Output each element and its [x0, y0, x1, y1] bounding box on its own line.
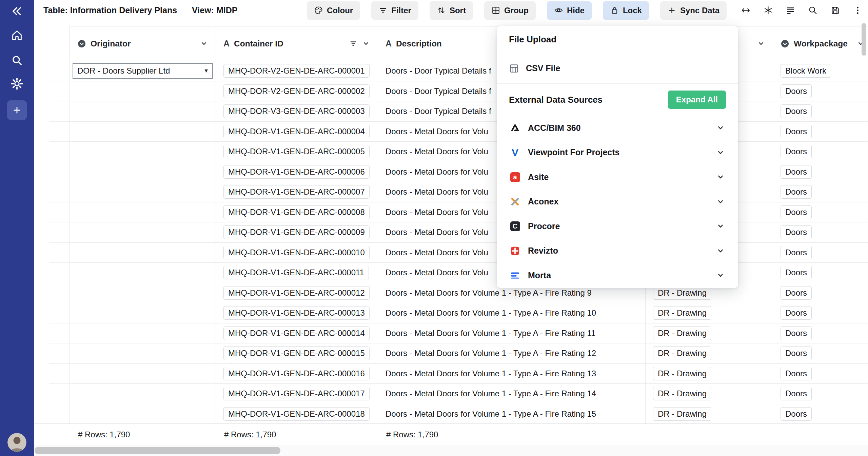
- row-handle-cell[interactable]: [34, 364, 70, 384]
- workpackage-cell[interactable]: Doors: [773, 303, 868, 323]
- container-id-cell[interactable]: MHQ-DOR-V1-GEN-DE-ARC-000005: [216, 142, 378, 162]
- doc-type-cell[interactable]: DR - Drawing: [646, 323, 773, 344]
- row-handle-cell[interactable]: [34, 81, 70, 102]
- originator-cell[interactable]: [70, 81, 216, 102]
- workpackage-cell[interactable]: Doors: [773, 81, 868, 102]
- workpackage-cell[interactable]: Doors: [773, 323, 868, 344]
- workpackage-cell[interactable]: Doors: [773, 101, 868, 122]
- column-header-originator[interactable]: Originator: [70, 26, 216, 61]
- chevron-down-icon[interactable]: [200, 39, 208, 48]
- container-id-cell[interactable]: MHQ-DOR-V1-GEN-DE-ARC-000015: [216, 343, 378, 364]
- originator-cell[interactable]: [70, 162, 216, 182]
- workpackage-cell[interactable]: Block Work: [773, 61, 868, 81]
- resize-columns-icon[interactable]: [741, 5, 751, 15]
- vertical-scrollbar-thumb[interactable]: [862, 23, 866, 56]
- data-source-item[interactable]: Revizto: [497, 239, 738, 263]
- originator-cell[interactable]: [70, 222, 216, 243]
- container-id-cell[interactable]: MHQ-DOR-V3-GEN-DE-ARC-000003: [216, 101, 378, 122]
- originator-cell[interactable]: [70, 323, 216, 344]
- row-handle-cell[interactable]: [34, 343, 70, 364]
- data-source-item[interactable]: ACC/BIM 360: [497, 116, 738, 140]
- container-id-cell[interactable]: MHQ-DOR-V1-GEN-DE-ARC-000009: [216, 222, 378, 243]
- workpackage-cell[interactable]: Doors: [773, 384, 868, 404]
- row-handle-cell[interactable]: [34, 182, 70, 202]
- container-id-cell[interactable]: MHQ-DOR-V1-GEN-DE-ARC-000010: [216, 243, 378, 263]
- hide-button[interactable]: Hide: [547, 1, 592, 20]
- collapse-sidebar-button[interactable]: [0, 5, 34, 17]
- workpackage-cell[interactable]: Doors: [773, 404, 868, 424]
- row-handle-cell[interactable]: [34, 202, 70, 223]
- row-handle-cell[interactable]: [34, 384, 70, 404]
- lock-button[interactable]: Lock: [603, 1, 649, 20]
- originator-cell[interactable]: [70, 283, 216, 303]
- home-button[interactable]: [0, 29, 34, 41]
- row-handle-cell[interactable]: [34, 404, 70, 424]
- workpackage-cell[interactable]: Doors: [773, 263, 868, 283]
- doc-type-cell[interactable]: DR - Drawing: [646, 364, 773, 384]
- column-header-workpackage[interactable]: Workpackage: [773, 26, 868, 61]
- description-cell[interactable]: Doors - Metal Doors for Volume 1 - Type …: [378, 303, 646, 323]
- originator-cell[interactable]: [70, 404, 216, 424]
- originator-cell[interactable]: [70, 202, 216, 223]
- workpackage-cell[interactable]: Doors: [773, 182, 868, 202]
- row-handle-cell[interactable]: [34, 122, 70, 142]
- data-source-item[interactable]: aAsite: [497, 165, 738, 190]
- workpackage-cell[interactable]: Doors: [773, 283, 868, 303]
- originator-cell[interactable]: [70, 122, 216, 142]
- filter-button[interactable]: Filter: [371, 1, 418, 20]
- workpackage-cell[interactable]: Doors: [773, 222, 868, 243]
- doc-type-cell[interactable]: DR - Drawing: [646, 384, 773, 404]
- freeze-snowflake-icon[interactable]: [763, 5, 773, 15]
- group-button[interactable]: Group: [484, 1, 536, 20]
- container-id-cell[interactable]: MHQ-DOR-V1-GEN-DE-ARC-000008: [216, 202, 378, 223]
- data-source-item[interactable]: Morta: [497, 263, 738, 288]
- row-handle-cell[interactable]: [34, 61, 70, 81]
- data-source-item[interactable]: VViewpoint For Projects: [497, 140, 738, 165]
- container-id-cell[interactable]: MHQ-DOR-V2-GEN-DE-ARC-000001: [216, 61, 378, 81]
- chevron-down-icon[interactable]: [362, 39, 370, 48]
- originator-cell[interactable]: [70, 364, 216, 384]
- description-cell[interactable]: Doors - Metal Doors for Volume 1 - Type …: [378, 384, 646, 404]
- workpackage-cell[interactable]: Doors: [773, 142, 868, 162]
- container-id-cell[interactable]: MHQ-DOR-V1-GEN-DE-ARC-000004: [216, 122, 378, 142]
- originator-select[interactable]: DOR - Doors Supplier Ltd▼: [73, 63, 213, 79]
- settings-button[interactable]: [0, 78, 34, 90]
- originator-cell[interactable]: DOR - Doors Supplier Ltd▼: [70, 61, 216, 81]
- originator-cell[interactable]: [70, 263, 216, 283]
- doc-type-cell[interactable]: DR - Drawing: [646, 343, 773, 364]
- workpackage-cell[interactable]: Doors: [773, 243, 868, 263]
- container-id-cell[interactable]: MHQ-DOR-V1-GEN-DE-ARC-000016: [216, 364, 378, 384]
- add-new-button[interactable]: [7, 100, 27, 120]
- originator-cell[interactable]: [70, 142, 216, 162]
- container-id-cell[interactable]: MHQ-DOR-V1-GEN-DE-ARC-000013: [216, 303, 378, 323]
- row-handle-cell[interactable]: [34, 283, 70, 303]
- originator-cell[interactable]: [70, 182, 216, 202]
- originator-cell[interactable]: [70, 343, 216, 364]
- column-header-container-id[interactable]: A Container ID: [216, 26, 378, 61]
- container-id-cell[interactable]: MHQ-DOR-V1-GEN-DE-ARC-000017: [216, 384, 378, 404]
- description-cell[interactable]: Doors - Metal Doors for Volume 1 - Type …: [378, 343, 646, 364]
- container-id-cell[interactable]: MHQ-DOR-V1-GEN-DE-ARC-000006: [216, 162, 378, 182]
- data-source-item[interactable]: Aconex: [497, 190, 738, 214]
- data-source-item[interactable]: CProcore: [497, 214, 738, 239]
- sync-data-button[interactable]: Sync Data: [660, 1, 727, 20]
- container-id-cell[interactable]: MHQ-DOR-V1-GEN-DE-ARC-000007: [216, 182, 378, 202]
- sidebar-search-button[interactable]: [0, 54, 34, 66]
- workpackage-cell[interactable]: Doors: [773, 162, 868, 182]
- colour-button[interactable]: Colour: [307, 1, 360, 20]
- row-handle-cell[interactable]: [34, 142, 70, 162]
- row-handle-cell[interactable]: [34, 101, 70, 122]
- user-avatar[interactable]: [7, 433, 26, 452]
- save-icon[interactable]: [830, 5, 840, 15]
- workpackage-cell[interactable]: Doors: [773, 343, 868, 364]
- row-handle-cell[interactable]: [34, 323, 70, 344]
- originator-cell[interactable]: [70, 243, 216, 263]
- row-handle-cell[interactable]: [34, 263, 70, 283]
- originator-cell[interactable]: [70, 303, 216, 323]
- csv-file-item[interactable]: CSV File: [497, 53, 738, 84]
- more-options-icon[interactable]: [853, 5, 863, 15]
- workpackage-cell[interactable]: Doors: [773, 202, 868, 223]
- horizontal-scrollbar[interactable]: [34, 445, 868, 456]
- description-cell[interactable]: Doors - Metal Doors for Volume 1 - Type …: [378, 364, 646, 384]
- chevron-down-icon[interactable]: [757, 39, 765, 48]
